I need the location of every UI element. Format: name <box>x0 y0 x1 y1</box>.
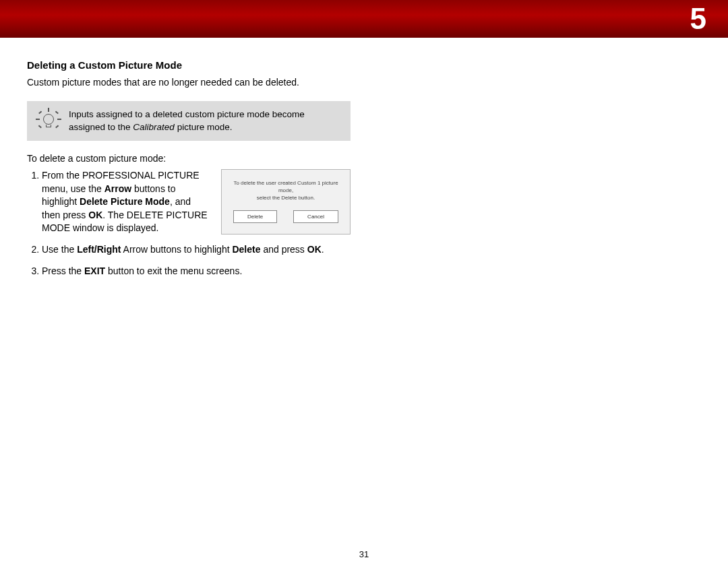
lightbulb-icon <box>36 108 61 133</box>
dialog-line1: To delete the user created Custom 1 pict… <box>229 179 343 194</box>
section-heading: Deleting a Custom Picture Mode <box>27 59 351 71</box>
steps-list: From the PROFESSIONAL PICTURE menu, use … <box>27 169 351 278</box>
manual-page: 5 Deleting a Custom Picture Mode Custom … <box>0 0 728 562</box>
step-1: From the PROFESSIONAL PICTURE menu, use … <box>42 169 351 235</box>
page-number: 31 <box>0 549 728 559</box>
step-2: Use the Left/Right Arrow buttons to high… <box>42 243 351 257</box>
step-3: Press the EXIT button to exit the menu s… <box>42 265 351 278</box>
content-column: Deleting a Custom Picture Mode Custom pi… <box>27 59 351 286</box>
tip-box: Inputs assigned to a deleted custom pict… <box>27 101 351 141</box>
chapter-number: 5 <box>690 2 706 36</box>
header-bar: 5 <box>0 0 728 38</box>
dialog-line2: select the Delete button. <box>229 194 343 201</box>
tip-text: Inputs assigned to a deleted custom pict… <box>69 108 341 134</box>
intro-paragraph: Custom picture modes that are no longer … <box>27 76 351 89</box>
dialog-cancel-button: Cancel <box>293 210 338 223</box>
dialog-delete-button: Delete <box>233 210 277 223</box>
delete-dialog-preview: To delete the user created Custom 1 pict… <box>221 169 351 235</box>
lead-in-text: To delete a custom picture mode: <box>27 153 351 164</box>
